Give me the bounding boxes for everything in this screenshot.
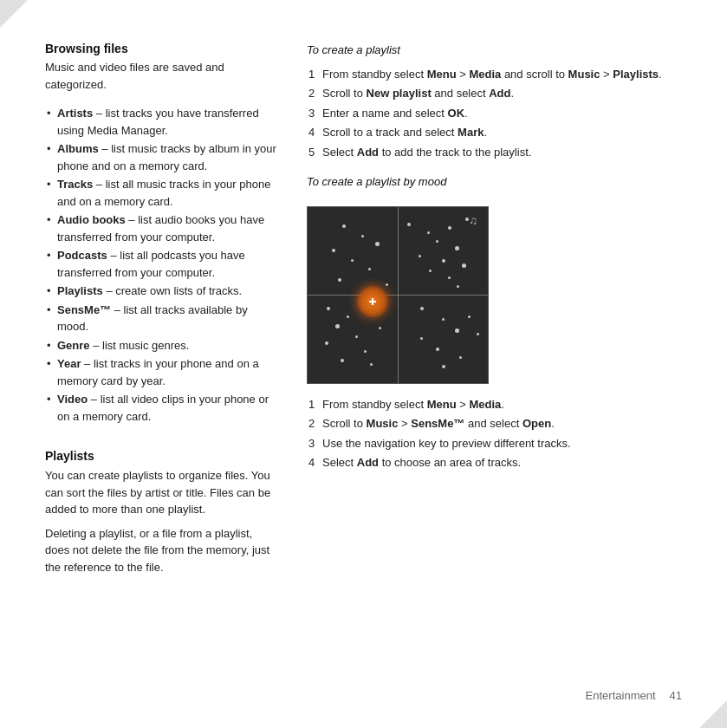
desc-genre: – list music genres. <box>90 339 190 352</box>
sensme-cursor <box>357 286 388 317</box>
sensme-dot <box>342 224 346 228</box>
sensme-dot <box>459 356 462 359</box>
sensme-dot <box>436 348 439 351</box>
term-video: Video <box>57 393 88 406</box>
sensme-dot <box>338 278 341 282</box>
list-item: Audio books – list audio books you have … <box>45 211 279 245</box>
page-footer: Entertainment 41 <box>586 689 682 702</box>
create-playlist-steps: From standby select Menu > Media and scr… <box>307 66 682 164</box>
term-artists: Artists <box>57 107 93 120</box>
sensme-dot <box>347 315 349 318</box>
list-item: Scroll to a track and select Mark. <box>307 124 682 141</box>
sensme-dot <box>468 315 471 318</box>
desc-playlists: – create own lists of tracks. <box>103 284 242 297</box>
sensme-dot <box>379 327 381 329</box>
term-year: Year <box>57 357 81 370</box>
sensme-visualization: ♫ <box>307 206 489 384</box>
sensme-dot <box>442 365 445 368</box>
sensme-dot <box>477 333 479 335</box>
sensme-dot <box>419 255 421 257</box>
list-item: Scroll to Music > SensMe™ and select Ope… <box>307 415 682 432</box>
sensme-dot <box>375 242 380 246</box>
list-item: Genre – list music genres. <box>45 337 279 354</box>
desc-year: – list tracks in your phone and on a mem… <box>57 357 259 387</box>
sensme-dot <box>370 363 373 366</box>
sensme-dot <box>427 231 430 234</box>
term-playlists: Playlists <box>57 284 103 297</box>
page-number: 41 <box>670 689 682 702</box>
list-item: Year – list tracks in your phone and on … <box>45 355 279 389</box>
list-item: Select Add to choose an area of tracks. <box>307 454 682 471</box>
cursor-crosshair-v <box>372 298 373 305</box>
sensme-dot <box>364 350 367 353</box>
list-item: Playlists – create own lists of tracks. <box>45 283 279 300</box>
playlists-title: Playlists <box>45 449 279 463</box>
sensme-dot <box>341 359 344 362</box>
sensme-dot <box>332 249 335 252</box>
create-playlist-heading: To create a playlist <box>307 42 682 59</box>
list-item: Artists – list tracks you have transferr… <box>45 105 279 139</box>
list-item: Use the navigation key to preview differ… <box>307 435 682 452</box>
desc-video: – list all video clips in your phone or … <box>57 393 269 423</box>
page: Browsing files Music and video files are… <box>0 0 727 728</box>
sensme-dot <box>368 268 371 270</box>
sensme-dot <box>448 226 451 230</box>
list-item: Scroll to New playlist and select Add. <box>307 85 682 102</box>
sensme-dot <box>420 307 424 310</box>
playlists-para1: You can create playlists to organize fil… <box>45 467 279 518</box>
sensme-dot <box>442 259 445 263</box>
term-tracks: Tracks <box>57 178 93 191</box>
list-item: Podcasts – list all podcasts you have tr… <box>45 247 279 281</box>
corner-decoration-tl <box>0 0 28 28</box>
playlists-para2: Deleting a playlist, or a file from a pl… <box>45 525 279 576</box>
list-item: Enter a name and select OK. <box>307 105 682 122</box>
sensme-dot <box>455 328 459 333</box>
sensme-dot <box>420 337 423 340</box>
sensme-heading: To create a playlist by mood <box>307 173 682 191</box>
sensme-dot <box>455 246 459 250</box>
sensme-steps: From standby select Menu > Media. Scroll… <box>307 396 682 474</box>
term-albums: Albums <box>57 142 99 155</box>
sensme-dot <box>407 223 411 226</box>
sensme-vertical-line <box>398 207 399 383</box>
list-item: Tracks – list all music tracks in your p… <box>45 176 279 210</box>
term-sensme: SensMe™ <box>57 303 111 316</box>
footer-section: Entertainment <box>586 689 656 702</box>
term-genre: Genre <box>57 339 90 352</box>
sensme-dot <box>351 259 354 262</box>
sensme-dot <box>462 263 466 268</box>
list-item: SensMe™ – list all tracks available by m… <box>45 302 279 335</box>
list-item: From standby select Menu > Media. <box>307 396 682 413</box>
sensme-dot <box>327 307 330 310</box>
browsing-title: Browsing files <box>45 42 279 55</box>
sensme-dot <box>465 218 469 221</box>
sensme-dot <box>335 324 340 328</box>
corner-decoration-br <box>699 700 727 728</box>
list-item: Select Add to add the track to the playl… <box>307 144 682 161</box>
sensme-dot <box>355 335 358 338</box>
list-item: Albums – list music tracks by album in y… <box>45 140 279 174</box>
browsing-intro: Music and video files are saved and cate… <box>45 59 279 93</box>
sensme-dot <box>429 270 432 272</box>
left-column: Browsing files Music and video files are… <box>45 42 279 693</box>
sensme-dot <box>325 341 328 345</box>
right-column: To create a playlist From standby select… <box>307 42 682 693</box>
sensme-dot <box>442 318 445 321</box>
sensme-dot <box>436 240 438 243</box>
sensme-dot <box>457 285 459 288</box>
list-item: Video – list all video clips in your pho… <box>45 391 279 425</box>
list-item: From standby select Menu > Media and scr… <box>307 66 682 83</box>
sensme-dot <box>448 276 451 279</box>
sensme-wave-icon: ♫ <box>469 214 477 227</box>
sensme-dot <box>361 235 364 237</box>
term-podcasts: Podcasts <box>57 249 107 262</box>
term-audiobooks: Audio books <box>57 213 126 226</box>
sensme-dot <box>386 283 388 286</box>
category-list: Artists – list tracks you have transferr… <box>45 105 279 426</box>
